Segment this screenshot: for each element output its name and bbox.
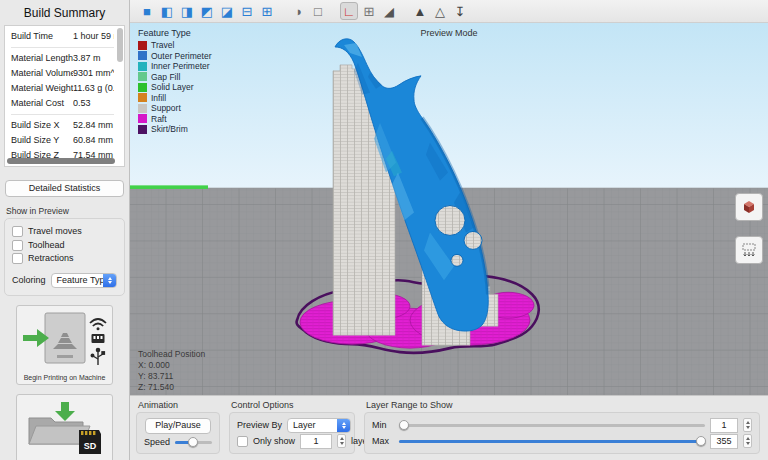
coordinate-axes-icon[interactable]: ∟ <box>340 2 358 20</box>
preview-options: Travel moves Toolhead Retractions <box>12 225 117 266</box>
green-down-arrow-icon <box>55 402 75 421</box>
view-front-cube-icon[interactable]: ◩ <box>198 2 216 20</box>
checkbox-label: Travel moves <box>28 225 82 239</box>
legend-item: Outer Perimeter <box>138 51 211 62</box>
model-cube-tool-button[interactable] <box>735 193 763 221</box>
legend-label: Gap Fill <box>151 72 180 83</box>
preview-by-label: Preview By <box>237 420 282 430</box>
max-layer-slider[interactable] <box>399 435 705 447</box>
legend-color-chip <box>138 104 147 113</box>
view-back-cube-icon[interactable]: ◪ <box>218 2 236 20</box>
build-plate-icon[interactable]: ◢ <box>380 2 398 20</box>
solid-cone-icon[interactable]: ▲ <box>411 2 429 20</box>
toolhead-x: X: 0.000 <box>138 360 205 371</box>
stat-row: Material Length 3.87 m <box>11 47 114 66</box>
3d-viewport[interactable]: Feature Type Travel Outer Perimeter <box>130 23 768 395</box>
horizontal-scrollbar[interactable] <box>7 158 115 164</box>
stat-value: 1 hour 59 min <box>73 29 114 44</box>
stat-label: Build Time <box>11 29 73 44</box>
max-layer-stepper[interactable] <box>743 434 752 448</box>
speed-slider[interactable] <box>175 436 212 448</box>
show-in-preview-group: Show in Preview Travel moves Toolhead <box>4 206 125 296</box>
ethernet-icon <box>91 334 104 343</box>
slicer-preview-window: Build Summary Build Time 1 hour 59 min M… <box>0 0 768 460</box>
view-toolbar: ■ ◧ ◨ ◩ ◪ ⊟ <box>130 0 768 23</box>
build-stats-panel: Build Time 1 hour 59 min Material Length… <box>4 25 125 167</box>
toolhead-position-readout: Toolhead Position X: 0.000 Y: 83.711 Z: … <box>138 349 205 393</box>
vertical-scrollbar[interactable] <box>117 28 123 62</box>
only-show-checkbox[interactable] <box>237 436 248 447</box>
min-layer-stepper[interactable] <box>743 418 752 432</box>
cross-section-icon[interactable]: ◑ <box>289 2 307 20</box>
select-arrows-icon <box>103 274 116 287</box>
stat-label: Build Size Y <box>11 133 73 148</box>
legend-color-chip <box>138 125 147 134</box>
page-title: Build Summary <box>0 0 129 25</box>
begin-printing-button[interactable]: Begin Printing on Machine <box>16 305 113 385</box>
legend-label: Support <box>151 103 181 114</box>
detailed-statistics-button[interactable]: Detailed Statistics <box>5 180 124 197</box>
outline-cone-icon[interactable]: △ <box>431 2 449 20</box>
min-layer-slider[interactable] <box>399 419 705 431</box>
checkbox[interactable] <box>12 253 23 264</box>
play-pause-button[interactable]: Play/Pause <box>145 418 211 434</box>
legend-item: Travel <box>138 40 211 51</box>
max-label: Max <box>372 436 394 446</box>
stat-label: Material Length <box>11 51 73 66</box>
checkbox-label: Retractions <box>28 252 74 266</box>
only-show-value-field[interactable]: 1 <box>300 434 332 449</box>
preview-controls-bar: Animation Play/Pause Speed Control Optio… <box>130 395 768 460</box>
legend-item: Solid Layer <box>138 82 211 93</box>
export-build-file-button[interactable]: SD Export Build File to Disk <box>16 394 113 460</box>
view-top-cube-icon[interactable]: ◧ <box>158 2 176 20</box>
legend-color-chip <box>138 114 147 123</box>
align-to-bed-tool-button[interactable] <box>735 236 763 264</box>
legend-color-chip <box>138 62 147 71</box>
wireframe-cube-icon[interactable]: □ <box>309 2 327 20</box>
select-arrows-icon <box>337 419 350 432</box>
3d-scene <box>130 23 768 395</box>
toolhead-y: Y: 83.711 <box>138 371 205 382</box>
stat-label: Material Cost <box>11 96 73 111</box>
stat-row: Material Volume 9301 mm^3 <box>11 66 114 81</box>
legend-color-chip <box>138 51 147 60</box>
max-layer-field[interactable]: 355 <box>710 434 738 449</box>
red-cube-icon <box>741 199 757 215</box>
mesh-view-icon[interactable]: ⊞ <box>360 2 378 20</box>
checkbox[interactable] <box>12 226 23 237</box>
legend-label: Skirt/Brim <box>151 124 188 135</box>
preview-mode-label: Preview Mode <box>130 28 768 38</box>
view-right-cube-icon[interactable]: ⊞ <box>258 2 276 20</box>
grid-arrows-icon <box>741 242 757 258</box>
legend-item: Skirt/Brim <box>138 124 211 135</box>
stat-row: Material Cost 0.53 <box>11 96 114 111</box>
checkbox[interactable] <box>12 240 23 251</box>
stat-value: 11.63 g (0.03 <box>73 81 114 96</box>
stat-label: Material Weight <box>11 81 73 96</box>
legend-color-chip <box>138 41 147 50</box>
legend-color-chip <box>138 93 147 102</box>
drop-to-bed-icon[interactable]: ↧ <box>451 2 469 20</box>
view-default-cube-icon[interactable]: ■ <box>138 2 156 20</box>
legend-item: Raft <box>138 114 211 125</box>
stat-label: Build Size X <box>11 118 73 133</box>
view-left-cube-icon[interactable]: ⊟ <box>238 2 256 20</box>
feature-type-legend: Feature Type Travel Outer Perimeter <box>138 28 211 135</box>
speed-label: Speed <box>144 437 170 447</box>
stat-value: 0.53 <box>73 96 114 111</box>
main-area: ■ ◧ ◨ ◩ ◪ ⊟ <box>130 0 768 460</box>
stat-row: Build Size X 52.84 mm <box>11 114 114 133</box>
coloring-select[interactable]: Feature Type <box>51 273 117 288</box>
only-show-stepper[interactable] <box>337 434 346 448</box>
min-layer-field[interactable]: 1 <box>710 418 738 433</box>
legend-item: Infill <box>138 93 211 104</box>
toolhead-z: Z: 71.540 <box>138 382 205 393</box>
legend-label: Solid Layer <box>151 82 194 93</box>
legend-label: Outer Perimeter <box>151 51 211 62</box>
view-bottom-cube-icon[interactable]: ◨ <box>178 2 196 20</box>
build-plate-edge <box>130 185 208 189</box>
checkbox-label: Toolhead <box>28 239 65 253</box>
legend-item: Inner Perimeter <box>138 61 211 72</box>
preview-by-select[interactable]: Layer <box>287 418 351 433</box>
stat-row: Layer Count 355 <box>11 166 114 167</box>
